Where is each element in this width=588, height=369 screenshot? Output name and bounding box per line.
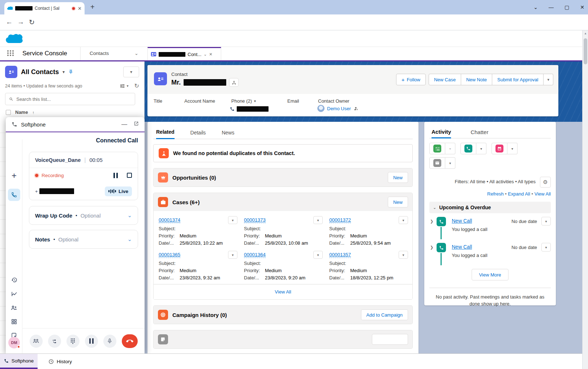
browser-tab[interactable]: Contact | Sal ✕ bbox=[4, 2, 85, 14]
new-note-button[interactable]: New Note bbox=[461, 74, 492, 85]
workspace-subtab[interactable]: Cont... ⌄ ✕ bbox=[147, 47, 221, 60]
view-all-link[interactable]: View All bbox=[535, 191, 551, 197]
add-to-campaign-button[interactable]: Add to Campaign bbox=[361, 309, 408, 320]
email-dropdown-icon[interactable]: ▾ bbox=[445, 157, 455, 169]
stats-icon[interactable] bbox=[11, 291, 17, 297]
list-search-input[interactable] bbox=[16, 96, 131, 102]
new-case-button[interactable]: New Case bbox=[429, 74, 461, 85]
list-view-title[interactable]: All Contacts bbox=[21, 68, 59, 76]
submit-approval-button[interactable]: Submit for Approval bbox=[492, 74, 544, 85]
change-owner-icon[interactable] bbox=[353, 106, 358, 111]
scrollbar-thumb[interactable] bbox=[584, 38, 587, 64]
tab-related[interactable]: Related bbox=[156, 126, 175, 139]
new-task-button[interactable] bbox=[429, 143, 445, 154]
reload-icon[interactable]: ↻ bbox=[29, 18, 35, 26]
email-button[interactable] bbox=[429, 157, 445, 169]
tab-details[interactable]: Details bbox=[190, 126, 206, 139]
transfer-button[interactable] bbox=[48, 335, 61, 348]
task-dropdown-icon[interactable]: ▾ bbox=[445, 143, 455, 154]
opportunities-new-button[interactable]: New bbox=[388, 172, 408, 183]
case-actions-dropdown-icon[interactable]: ▾ bbox=[228, 251, 237, 259]
follow-button[interactable]: +Follow bbox=[396, 74, 426, 85]
call-history-icon[interactable] bbox=[11, 277, 17, 283]
utility-tab-history[interactable]: History bbox=[43, 354, 78, 369]
field-phone-label[interactable]: Phone (2)▾ bbox=[231, 98, 256, 104]
popout-icon[interactable] bbox=[134, 121, 139, 126]
case-number-link[interactable]: 00001364 bbox=[244, 252, 266, 258]
tab-search-icon[interactable]: ⌄ bbox=[533, 4, 538, 10]
list-view-dropdown-icon[interactable]: ▾ bbox=[63, 69, 65, 74]
tab-chatter[interactable]: Chatter bbox=[471, 126, 488, 138]
wrapup-expand-icon[interactable]: ⌄ bbox=[127, 212, 132, 219]
directory-icon[interactable] bbox=[11, 305, 17, 311]
expand-item-icon[interactable]: ❯ bbox=[430, 219, 433, 224]
apps-grid-icon[interactable] bbox=[11, 319, 17, 325]
activity-actions-dropdown-icon[interactable]: ▾ bbox=[541, 217, 551, 226]
pause-recording-icon[interactable] bbox=[113, 173, 118, 178]
activity-actions-dropdown-icon[interactable]: ▾ bbox=[541, 243, 551, 252]
refresh-icon[interactable]: ↻ bbox=[134, 82, 139, 89]
hierarchy-button[interactable] bbox=[229, 78, 239, 87]
case-number-link[interactable]: 00001357 bbox=[329, 252, 351, 258]
case-number-link[interactable]: 00001374 bbox=[159, 217, 180, 223]
nav-tab-contacts[interactable]: Contacts bbox=[90, 51, 109, 56]
expand-all-link[interactable]: Expand All bbox=[508, 191, 530, 197]
call-dropdown-icon[interactable]: ▾ bbox=[476, 143, 486, 154]
conference-button[interactable] bbox=[30, 335, 43, 348]
window-maximize-icon[interactable]: ▢ bbox=[565, 4, 569, 10]
tab-news[interactable]: News bbox=[222, 126, 234, 139]
new-call-plus-icon[interactable]: + bbox=[6, 171, 22, 181]
dialpad-button[interactable] bbox=[66, 335, 80, 348]
app-launcher-icon[interactable] bbox=[7, 50, 14, 56]
log-call-button[interactable] bbox=[460, 143, 476, 154]
activity-settings-gear-icon[interactable]: ⚙ bbox=[540, 177, 551, 188]
stop-recording-icon[interactable] bbox=[127, 173, 132, 178]
activity-title-link[interactable]: New Call bbox=[452, 218, 472, 224]
softphone-header[interactable]: Softphone — bbox=[6, 117, 145, 132]
opportunities-icon[interactable] bbox=[158, 172, 168, 183]
case-actions-dropdown-icon[interactable]: ▾ bbox=[313, 216, 323, 224]
subtab-dropdown-icon[interactable]: ⌄ bbox=[203, 52, 207, 57]
scroll-up-icon[interactable]: ▲ bbox=[583, 32, 588, 35]
case-actions-dropdown-icon[interactable]: ▾ bbox=[228, 216, 237, 224]
cases-new-button[interactable]: New bbox=[388, 197, 408, 207]
display-as-icon[interactable] bbox=[120, 83, 125, 89]
refresh-link[interactable]: Refresh bbox=[487, 191, 504, 197]
display-as-dropdown-icon[interactable]: ▾ bbox=[127, 84, 129, 88]
expand-item-icon[interactable]: ❯ bbox=[430, 245, 433, 250]
tab-close-icon[interactable]: ✕ bbox=[78, 6, 82, 11]
collapse-icon[interactable]: ⌄ bbox=[433, 205, 436, 210]
column-name-label[interactable]: Name bbox=[15, 110, 28, 115]
case-number-link[interactable]: 00001373 bbox=[244, 217, 266, 223]
page-scrollbar[interactable]: ▲ bbox=[582, 30, 588, 369]
list-search-box[interactable] bbox=[5, 93, 135, 105]
utility-tab-softphone[interactable]: Softphone bbox=[0, 354, 38, 369]
phone-value[interactable] bbox=[230, 106, 269, 112]
case-actions-dropdown-icon[interactable]: ▾ bbox=[399, 251, 408, 259]
window-minimize-icon[interactable]: — bbox=[549, 4, 554, 10]
select-all-checkbox[interactable] bbox=[6, 110, 11, 115]
opportunities-title[interactable]: Opportunities (0) bbox=[172, 175, 216, 181]
nav-tab-dropdown-icon[interactable]: ⌄ bbox=[134, 51, 138, 56]
cases-icon[interactable] bbox=[158, 197, 168, 207]
owner-link[interactable]: Demo User bbox=[327, 106, 351, 111]
cases-title[interactable]: Cases (6+) bbox=[172, 199, 199, 205]
campaign-title[interactable]: Campaign History (0) bbox=[172, 312, 227, 318]
hold-button[interactable] bbox=[85, 335, 98, 348]
notes-section[interactable]: Notes • Optional ⌄ bbox=[29, 230, 138, 249]
end-call-button[interactable] bbox=[122, 334, 138, 348]
active-call-tab-icon[interactable] bbox=[8, 189, 20, 201]
new-tab-button[interactable]: + bbox=[90, 3, 95, 11]
cases-view-all-link[interactable]: View All bbox=[154, 284, 412, 299]
phone-dropdown-icon[interactable]: ▾ bbox=[254, 99, 256, 103]
pin-icon[interactable] bbox=[68, 69, 73, 74]
upcoming-overdue-header[interactable]: ⌄ Upcoming & Overdue bbox=[429, 202, 551, 213]
campaign-icon[interactable] bbox=[158, 310, 168, 320]
mute-button[interactable] bbox=[103, 335, 116, 348]
event-dropdown-icon[interactable]: ▾ bbox=[507, 143, 518, 154]
partial-section-button[interactable] bbox=[372, 334, 408, 345]
tab-activity[interactable]: Activity bbox=[432, 126, 451, 138]
list-actions-button[interactable]: ▾ bbox=[123, 66, 139, 77]
case-actions-dropdown-icon[interactable]: ▾ bbox=[399, 216, 408, 224]
more-actions-dropdown-icon[interactable]: ▾ bbox=[544, 74, 553, 85]
